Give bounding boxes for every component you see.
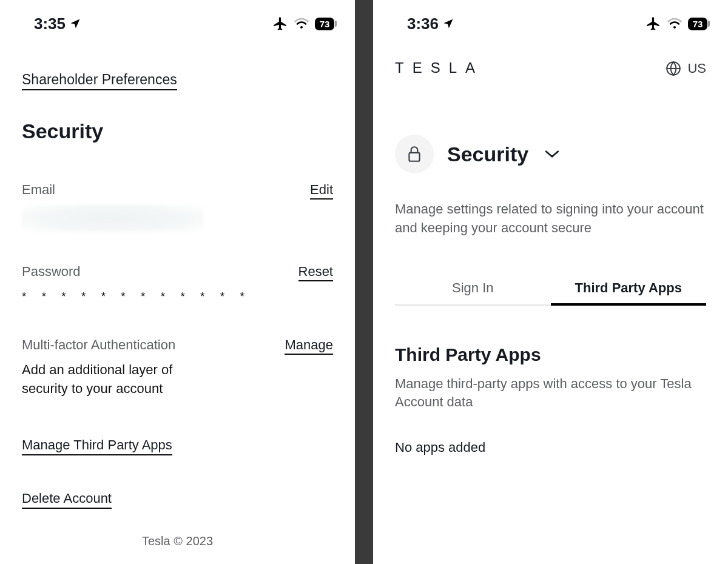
globe-icon [666, 61, 681, 76]
third-party-apps-empty-state: No apps added [395, 440, 706, 455]
wifi-icon [294, 18, 309, 30]
security-dropdown-title: Security [447, 143, 528, 166]
status-time-group: 3:36 [391, 15, 454, 33]
status-bar: 3:36 73 [373, 0, 728, 36]
mfa-label: Multi-factor Authentication [22, 337, 175, 353]
chevron-down-icon[interactable] [544, 149, 560, 159]
email-edit-link[interactable]: Edit [310, 182, 333, 200]
left-content: Shareholder Preferences Security Email E… [0, 72, 355, 564]
battery-level: 73 [315, 18, 334, 30]
airplane-mode-icon [272, 16, 288, 32]
delete-account-link[interactable]: Delete Account [22, 491, 112, 509]
svg-rect-2 [409, 153, 419, 161]
screen-divider [355, 0, 373, 564]
status-icons: 73 [272, 16, 337, 32]
status-time-group: 3:35 [18, 15, 81, 33]
security-tabs: Sign In Third Party Apps [395, 272, 706, 306]
right-content: TESLA US [373, 61, 728, 455]
shareholder-preferences-link[interactable]: Shareholder Preferences [22, 72, 177, 90]
mfa-description: Add an additional layer of security to y… [22, 361, 216, 398]
password-mask: * * * * * * * * * * * * [22, 290, 333, 303]
location-icon [442, 18, 454, 30]
airplane-mode-icon [645, 16, 661, 32]
mfa-row: Multi-factor Authentication Manage [22, 337, 333, 355]
right-screen: 3:36 73 [373, 0, 728, 564]
brand-row: TESLA US [395, 61, 706, 76]
manage-third-party-apps-link[interactable]: Manage Third Party Apps [22, 437, 172, 455]
password-row: Password Reset [22, 264, 333, 281]
email-label: Email [22, 182, 55, 198]
email-row: Email Edit [22, 182, 333, 200]
security-description: Manage settings related to signing into … [395, 200, 706, 238]
region-label: US [687, 61, 706, 76]
footer: Tesla © 2023 Privacy & Legal [22, 534, 333, 564]
mfa-manage-link[interactable]: Manage [285, 337, 333, 355]
third-party-apps-heading: Third Party Apps [395, 344, 706, 365]
third-party-apps-description: Manage third-party apps with access to y… [395, 375, 706, 412]
battery-icon: 73 [315, 18, 337, 30]
status-icons: 73 [645, 16, 710, 32]
security-heading: Security [22, 119, 333, 143]
status-time: 3:36 [407, 15, 439, 33]
footer-copyright: Tesla © 2023 [22, 534, 333, 548]
location-icon [69, 18, 81, 30]
lock-icon [406, 145, 422, 163]
lock-icon-circle [395, 135, 434, 173]
tesla-logo[interactable]: TESLA [395, 61, 510, 76]
tab-sign-in[interactable]: Sign In [395, 272, 551, 304]
battery-icon: 73 [688, 18, 710, 30]
security-header[interactable]: Security [395, 135, 706, 173]
status-time: 3:35 [34, 15, 66, 33]
password-label: Password [22, 264, 81, 280]
password-reset-link[interactable]: Reset [298, 264, 333, 281]
wifi-icon [667, 18, 682, 30]
tab-third-party-apps[interactable]: Third Party Apps [551, 272, 707, 304]
left-screen: 3:35 73 Shareholder Prefe [0, 0, 355, 564]
status-bar: 3:35 73 [0, 0, 355, 36]
region-selector[interactable]: US [666, 61, 706, 76]
svg-text:TESLA: TESLA [395, 61, 484, 76]
email-value-redacted [22, 204, 204, 232]
battery-level: 73 [688, 18, 707, 30]
